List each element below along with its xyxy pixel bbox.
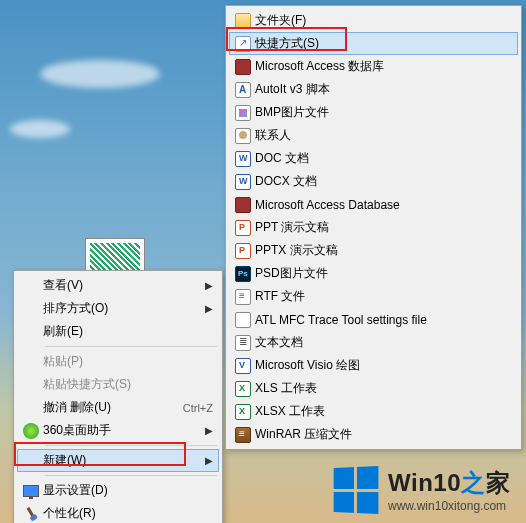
- watermark-title-part: 家: [486, 469, 511, 496]
- submenu-arrow-icon: ▶: [205, 425, 213, 436]
- submenu-item-label: XLS 工作表: [255, 380, 512, 397]
- menu-label: 360桌面助手: [43, 422, 205, 439]
- submenu-arrow-icon: ▶: [205, 303, 213, 314]
- new-submenu-item[interactable]: Microsoft Visio 绘图: [229, 354, 518, 377]
- new-submenu-item[interactable]: PSD图片文件: [229, 262, 518, 285]
- submenu-item-label: WinRAR 压缩文件: [255, 426, 512, 443]
- visio-icon: [231, 358, 255, 374]
- windows-logo-icon: [334, 466, 379, 514]
- new-submenu-item[interactable]: 文本文档: [229, 331, 518, 354]
- new-submenu: 文件夹(F)快捷方式(S)Microsoft Access 数据库AutoIt …: [225, 5, 522, 450]
- watermark-title: Win10之家: [388, 467, 510, 499]
- ppt-icon: [231, 243, 255, 259]
- submenu-item-label: XLSX 工作表: [255, 403, 512, 420]
- ppt-icon: [231, 220, 255, 236]
- menu-paste-shortcut: 粘贴快捷方式(S): [17, 373, 219, 396]
- submenu-item-label: PPT 演示文稿: [255, 219, 512, 236]
- menu-shortcut: Ctrl+Z: [183, 402, 213, 414]
- new-submenu-item[interactable]: RTF 文件: [229, 285, 518, 308]
- new-submenu-item[interactable]: 快捷方式(S): [229, 32, 518, 55]
- submenu-item-label: ATL MFC Trace Tool settings file: [255, 313, 512, 327]
- submenu-item-label: PSD图片文件: [255, 265, 512, 282]
- menu-label: 排序方式(O): [43, 300, 205, 317]
- xls-icon: [231, 381, 255, 397]
- psd-icon: [231, 266, 255, 282]
- menu-undo-delete[interactable]: 撤消 删除(U) Ctrl+Z: [17, 396, 219, 419]
- menu-label: 刷新(E): [43, 323, 213, 340]
- menu-360-helper[interactable]: 360桌面助手 ▶: [17, 419, 219, 442]
- watermark-title-part: Win10: [388, 469, 461, 496]
- new-submenu-item[interactable]: PPTX 演示文稿: [229, 239, 518, 262]
- menu-separator: [45, 346, 217, 347]
- new-submenu-item[interactable]: BMP图片文件: [229, 101, 518, 124]
- rtf-icon: [231, 289, 255, 305]
- new-submenu-item[interactable]: XLSX 工作表: [229, 400, 518, 423]
- menu-label: 粘贴快捷方式(S): [43, 376, 213, 393]
- decoration-cloud: [40, 60, 160, 88]
- generic-icon: [231, 312, 255, 328]
- new-submenu-item[interactable]: AutoIt v3 脚本: [229, 78, 518, 101]
- folder-icon: [231, 13, 255, 29]
- contact-icon: [231, 128, 255, 144]
- access-icon: [231, 59, 255, 75]
- menu-label: 粘贴(P): [43, 353, 213, 370]
- submenu-item-label: 联系人: [255, 127, 512, 144]
- rar-icon: [231, 427, 255, 443]
- access-icon: [231, 197, 255, 213]
- menu-label: 查看(V): [43, 277, 205, 294]
- menu-display-settings[interactable]: 显示设置(D): [17, 479, 219, 502]
- shortcut-ico-icon: [231, 36, 255, 52]
- brush-icon: [19, 507, 43, 521]
- bmp-icon: [231, 105, 255, 121]
- watermark-text: Win10之家 www.win10xitong.com: [388, 467, 510, 513]
- menu-new[interactable]: 新建(W) ▶: [17, 449, 219, 472]
- menu-separator: [45, 475, 217, 476]
- doc-icon: [231, 151, 255, 167]
- desktop-context-menu: 查看(V) ▶ 排序方式(O) ▶ 刷新(E) 粘贴(P) 粘贴快捷方式(S) …: [13, 270, 223, 523]
- submenu-arrow-icon: ▶: [205, 455, 213, 466]
- new-submenu-item[interactable]: XLS 工作表: [229, 377, 518, 400]
- submenu-item-label: Microsoft Visio 绘图: [255, 357, 512, 374]
- menu-refresh[interactable]: 刷新(E): [17, 320, 219, 343]
- watermark: Win10之家 www.win10xitong.com: [332, 467, 510, 513]
- submenu-item-label: DOCX 文档: [255, 173, 512, 190]
- menu-paste: 粘贴(P): [17, 350, 219, 373]
- submenu-item-label: Microsoft Access 数据库: [255, 58, 512, 75]
- new-submenu-item[interactable]: Microsoft Access Database: [229, 193, 518, 216]
- new-submenu-item[interactable]: Microsoft Access 数据库: [229, 55, 518, 78]
- txt-icon: [231, 335, 255, 351]
- menu-separator: [45, 445, 217, 446]
- 360-icon: [19, 423, 43, 439]
- xls-icon: [231, 404, 255, 420]
- new-submenu-item[interactable]: DOC 文档: [229, 147, 518, 170]
- menu-sort[interactable]: 排序方式(O) ▶: [17, 297, 219, 320]
- submenu-item-label: RTF 文件: [255, 288, 512, 305]
- new-submenu-item[interactable]: DOCX 文档: [229, 170, 518, 193]
- watermark-title-part: 之: [461, 469, 486, 496]
- menu-label: 显示设置(D): [43, 482, 213, 499]
- autoit-icon: [231, 82, 255, 98]
- menu-label: 新建(W): [43, 452, 205, 469]
- menu-label: 撤消 删除(U): [43, 399, 175, 416]
- new-submenu-item[interactable]: 文件夹(F): [229, 9, 518, 32]
- watermark-url: www.win10xitong.com: [388, 499, 510, 513]
- submenu-item-label: DOC 文档: [255, 150, 512, 167]
- submenu-item-label: PPTX 演示文稿: [255, 242, 512, 259]
- submenu-item-label: 文件夹(F): [255, 12, 512, 29]
- submenu-item-label: 文本文档: [255, 334, 512, 351]
- submenu-item-label: Microsoft Access Database: [255, 198, 512, 212]
- submenu-arrow-icon: ▶: [205, 280, 213, 291]
- submenu-item-label: 快捷方式(S): [255, 35, 512, 52]
- new-submenu-item[interactable]: 联系人: [229, 124, 518, 147]
- submenu-item-label: BMP图片文件: [255, 104, 512, 121]
- new-submenu-item[interactable]: PPT 演示文稿: [229, 216, 518, 239]
- menu-personalize[interactable]: 个性化(R): [17, 502, 219, 523]
- doc-icon: [231, 174, 255, 190]
- monitor-icon: [19, 485, 43, 497]
- menu-view[interactable]: 查看(V) ▶: [17, 274, 219, 297]
- submenu-item-label: AutoIt v3 脚本: [255, 81, 512, 98]
- decoration-cloud: [10, 120, 70, 138]
- new-submenu-item[interactable]: WinRAR 压缩文件: [229, 423, 518, 446]
- new-submenu-item[interactable]: ATL MFC Trace Tool settings file: [229, 308, 518, 331]
- menu-label: 个性化(R): [43, 505, 213, 522]
